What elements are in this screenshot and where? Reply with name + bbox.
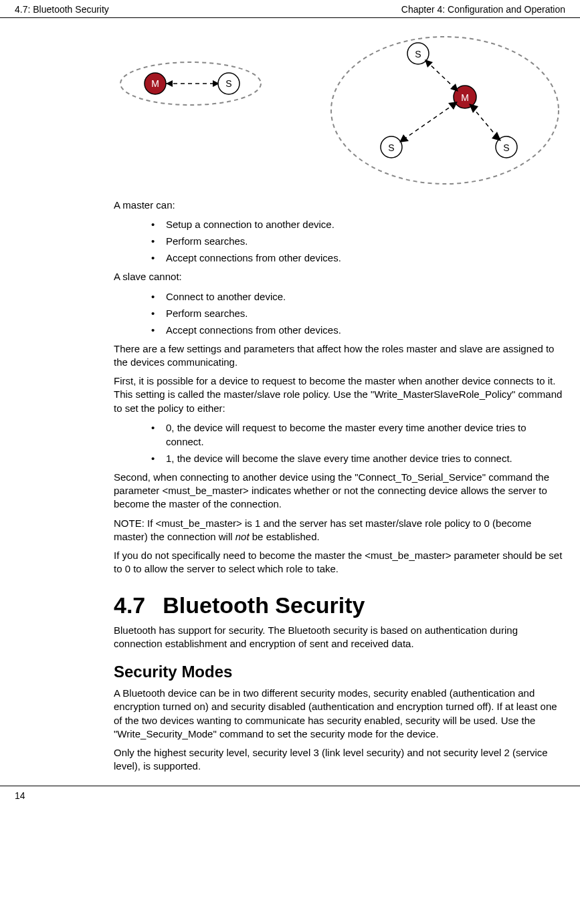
list-item: Connect to another device.	[151, 290, 565, 304]
svg-marker-14	[399, 134, 409, 142]
note-text-b: be established.	[250, 531, 320, 542]
paragraph: Only the highest security level, securit…	[114, 746, 565, 774]
section-number: 4.7	[114, 592, 145, 618]
page-header: 4.7: Bluetooth Security Chapter 4: Confi…	[0, 0, 580, 18]
svg-line-17	[472, 106, 498, 138]
list-item: Perform searches.	[151, 306, 565, 320]
page-content: M S M S S	[0, 18, 580, 786]
svg-marker-11	[450, 84, 458, 92]
diagram-row: M S M S S	[114, 30, 565, 191]
paragraph: Second, when connecting to another devic…	[114, 471, 565, 511]
svg-marker-19	[469, 104, 478, 113]
slave-node-label: S	[415, 49, 421, 60]
svg-line-13	[402, 104, 455, 140]
slave-node-label: S	[225, 78, 231, 89]
slave-node-label: S	[388, 142, 394, 153]
paragraph: There are a few settings and parameters …	[114, 342, 565, 370]
list-item: Accept connections from other devices.	[151, 251, 565, 265]
list-item: 1, the device will become the slave ever…	[151, 451, 565, 465]
master-node-label: M	[151, 78, 159, 89]
note-text-a: NOTE: If <must_be_master> is 1 and the s…	[114, 517, 531, 542]
paragraph: If you do not specifically need to becom…	[114, 549, 565, 576]
page: 4.7: Bluetooth Security Chapter 4: Confi…	[0, 0, 580, 805]
list-item: Setup a connection to another device.	[151, 217, 565, 231]
svg-marker-15	[448, 102, 458, 110]
paragraph: Bluetooth has support for security. The …	[114, 624, 565, 651]
piconet-simple-diagram: M S	[114, 57, 268, 110]
note-paragraph: NOTE: If <must_be_master> is 1 and the s…	[114, 517, 565, 544]
paragraph: A slave cannot:	[114, 270, 565, 283]
policy-list: 0, the device will request to become the…	[114, 421, 565, 465]
note-em: not	[235, 531, 250, 542]
svg-line-9	[427, 62, 456, 89]
piconet-multi-diagram: M S S S	[324, 30, 565, 191]
svg-marker-2	[166, 80, 173, 87]
page-number: 14	[15, 790, 25, 801]
master-node-label: M	[461, 92, 469, 103]
svg-point-6	[331, 37, 559, 184]
paragraph: A Bluetooth device can be in two differe…	[114, 687, 565, 741]
paragraph: First, it is possible for a device to re…	[114, 374, 565, 415]
list-item: Perform searches.	[151, 234, 565, 248]
section-title: Bluetooth Security	[163, 592, 365, 618]
paragraph: A master can:	[114, 199, 565, 212]
header-right: Chapter 4: Configuration and Operation	[401, 4, 565, 15]
list-item: 0, the device will request to become the…	[151, 421, 565, 449]
list-item: Accept connections from other devices.	[151, 323, 565, 337]
header-left: 4.7: Bluetooth Security	[15, 4, 109, 15]
master-can-list: Setup a connection to another device. Pe…	[114, 217, 565, 265]
slave-node-label: S	[503, 142, 509, 153]
section-heading: 4.7Bluetooth Security	[114, 592, 565, 618]
svg-marker-18	[492, 132, 501, 141]
subsection-heading: Security Modes	[114, 663, 565, 681]
slave-cannot-list: Connect to another device. Perform searc…	[114, 290, 565, 337]
page-footer: 14	[0, 786, 580, 805]
